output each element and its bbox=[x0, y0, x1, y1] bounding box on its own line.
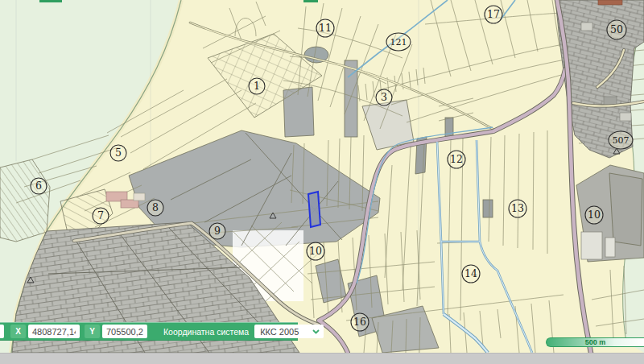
map-marker-label: 121 bbox=[390, 37, 407, 48]
coord-system-dropdown[interactable]: ККС 2005 bbox=[254, 325, 324, 338]
coord-system-value: ККС 2005 bbox=[260, 327, 299, 337]
coordinate-toolbar: X Y Координатна система ККС 2005 bbox=[0, 322, 298, 341]
scalebar-label: 500 m bbox=[585, 339, 606, 346]
map-marker-label: 16 bbox=[353, 316, 366, 328]
y-label-badge: Y bbox=[85, 325, 100, 338]
map-marker-label: 507 bbox=[613, 135, 630, 146]
map-marker-label: 14 bbox=[464, 267, 477, 279]
map-marker-label: 5 bbox=[115, 147, 122, 159]
x-coordinate-input[interactable] bbox=[28, 325, 80, 338]
map-marker-label: 8 bbox=[152, 201, 159, 213]
y-coordinate-input[interactable] bbox=[102, 325, 147, 338]
map-marker-label: 9 bbox=[214, 225, 221, 237]
map-canvas[interactable]: 1112117501356789101213141650710 bbox=[0, 0, 644, 353]
map-marker-label: 3 bbox=[381, 91, 387, 103]
map-marker-label: 1 bbox=[254, 80, 260, 92]
toolbar-input-stub bbox=[0, 325, 4, 338]
map-marker-label: 6 bbox=[35, 180, 42, 192]
map-marker-label: 12 bbox=[450, 153, 463, 165]
map-marker-label: 10 bbox=[309, 245, 322, 257]
map-marker-label: 17 bbox=[487, 8, 500, 20]
top-ui-fragment bbox=[303, 0, 318, 2]
x-label-badge: X bbox=[10, 325, 26, 338]
coord-system-label: Координатна система bbox=[163, 327, 249, 337]
top-ui-fragment bbox=[39, 0, 62, 2]
cadastre-map-app: 1112117501356789101213141650710 X Y Коор… bbox=[0, 0, 644, 364]
map-marker-label: 11 bbox=[319, 22, 332, 34]
bottom-strip bbox=[0, 353, 644, 364]
map-marker-label: 10 bbox=[588, 209, 601, 221]
highlighted-parcel[interactable] bbox=[308, 192, 320, 227]
map-marker-label: 50 bbox=[610, 23, 623, 35]
map-marker-label: 7 bbox=[97, 209, 104, 221]
chevron-down-icon bbox=[312, 329, 320, 334]
map-marker-label: 13 bbox=[511, 202, 524, 214]
map-scalebar: 500 m bbox=[546, 337, 644, 347]
